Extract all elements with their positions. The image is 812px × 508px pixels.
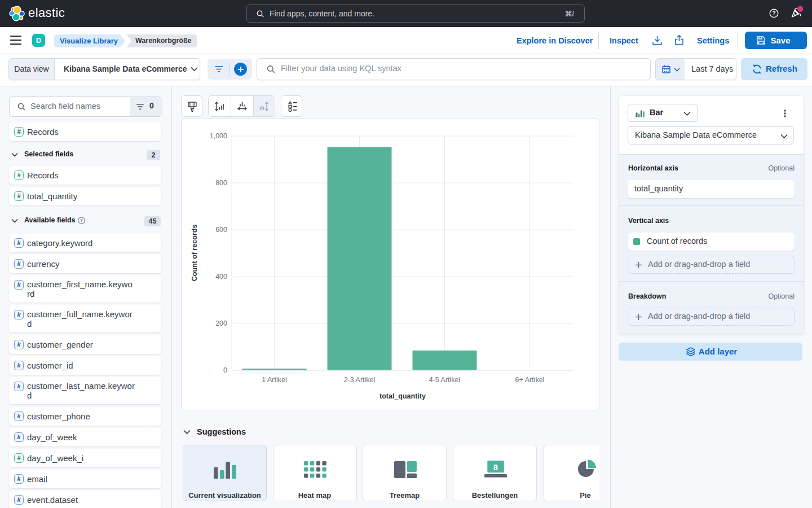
svg-text:800: 800 xyxy=(215,179,227,187)
svg-text:4-5 Artikel: 4-5 Artikel xyxy=(429,376,461,384)
svg-text:Count of records: Count of records xyxy=(191,225,198,282)
svg-text:600: 600 xyxy=(215,226,227,234)
svg-text:8: 8 xyxy=(493,462,498,472)
svg-text:0: 0 xyxy=(223,366,227,374)
svg-text:total_quantity: total_quantity xyxy=(379,392,426,400)
svg-text:400: 400 xyxy=(215,273,227,281)
svg-text:2-3 Artikel: 2-3 Artikel xyxy=(344,376,376,384)
svg-text:6+ Artikel: 6+ Artikel xyxy=(515,376,545,384)
svg-text:200: 200 xyxy=(215,319,227,327)
svg-text:?: ? xyxy=(772,10,775,16)
svg-text:?: ? xyxy=(80,218,83,223)
svg-text:1,000: 1,000 xyxy=(210,132,227,140)
svg-text:1 Artikel: 1 Artikel xyxy=(262,376,286,384)
